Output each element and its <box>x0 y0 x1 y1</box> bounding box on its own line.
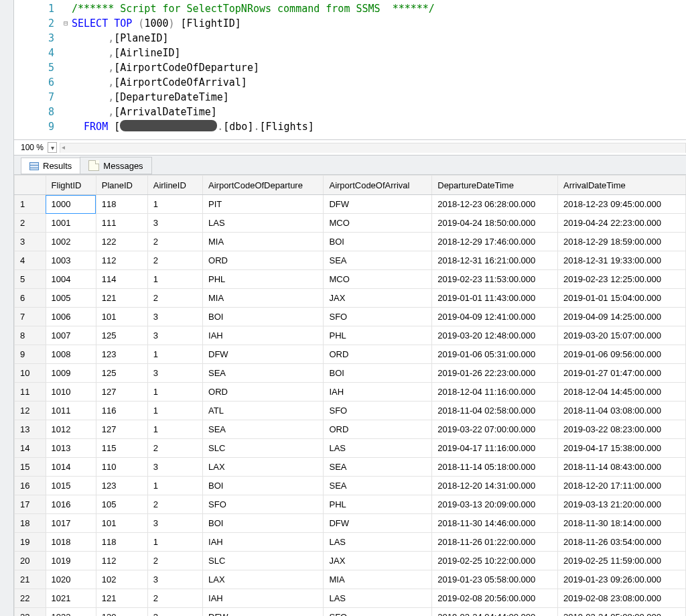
cell[interactable]: 1010 <box>46 383 96 402</box>
cell[interactable]: LAX <box>203 458 324 477</box>
row-header[interactable]: 2 <box>15 214 46 233</box>
row-header[interactable]: 23 <box>15 608 46 617</box>
cell[interactable]: 1007 <box>46 326 96 345</box>
cell[interactable]: MIA <box>203 289 324 308</box>
cell[interactable]: 2019-01-01 15:04:00.000 <box>558 289 686 308</box>
zoom-dropdown-icon[interactable]: ▾ <box>48 142 57 153</box>
cell[interactable]: SFO <box>324 308 432 326</box>
cell[interactable]: 2018-11-04 02:58:00.000 <box>432 402 558 420</box>
cell[interactable]: LAS <box>203 214 324 233</box>
cell[interactable]: PHL <box>324 326 432 345</box>
results-grid[interactable]: FlightIDPlaneIDAirlineIDAirportCodeOfDep… <box>14 175 686 616</box>
cell[interactable]: 2 <box>147 495 202 514</box>
cell[interactable]: SEA <box>324 458 432 477</box>
cell[interactable]: 1018 <box>46 533 96 552</box>
cell[interactable]: 2018-11-26 01:22:00.000 <box>432 533 558 552</box>
cell[interactable]: 1019 <box>46 552 96 570</box>
cell[interactable]: 118 <box>96 533 147 552</box>
sql-editor[interactable]: 123456789 ⊟ /****** Script for SelectTop… <box>14 0 686 140</box>
cell[interactable]: 1005 <box>46 289 96 308</box>
cell[interactable]: 2019-01-27 01:47:00.000 <box>558 364 686 383</box>
cell[interactable]: 1021 <box>46 589 96 608</box>
cell[interactable]: 3 <box>147 570 202 589</box>
cell[interactable]: 2018-11-14 08:43:00.000 <box>558 458 686 477</box>
fold-gutter[interactable]: ⊟ <box>64 1 72 139</box>
cell[interactable]: ORD <box>324 345 432 364</box>
cell[interactable]: LAS <box>324 439 432 458</box>
table-row[interactable]: 1310121271SEAORD2019-03-22 07:00:00.0002… <box>15 420 686 439</box>
table-row[interactable]: 210011113LASMCO2019-04-24 18:50:00.00020… <box>15 214 686 233</box>
cell[interactable]: 2018-11-26 03:54:00.000 <box>558 533 686 552</box>
table-row[interactable]: 1210111161ATLSFO2018-11-04 02:58:00.0002… <box>15 402 686 420</box>
cell[interactable]: 2019-02-25 11:59:00.000 <box>558 552 686 570</box>
cell[interactable]: 2 <box>147 251 202 270</box>
cell[interactable]: JAX <box>324 552 432 570</box>
cell[interactable]: SEA <box>324 477 432 495</box>
cell[interactable]: DFW <box>203 345 324 364</box>
cell[interactable]: 1 <box>147 270 202 289</box>
row-header[interactable]: 3 <box>15 233 46 251</box>
cell[interactable]: 3 <box>147 364 202 383</box>
row-header[interactable]: 13 <box>15 420 46 439</box>
cell[interactable]: 2019-02-08 20:56:00.000 <box>432 589 558 608</box>
column-header-planeid[interactable]: PlaneID <box>96 176 147 195</box>
cell[interactable]: 1001 <box>46 214 96 233</box>
cell[interactable]: IAH <box>324 383 432 402</box>
cell[interactable]: 1008 <box>46 345 96 364</box>
cell[interactable]: IAH <box>203 589 324 608</box>
column-header-arrivaldatetime[interactable]: ArrivalDateTime <box>558 176 686 195</box>
cell[interactable]: 2018-12-29 17:46:00.000 <box>432 233 558 251</box>
cell[interactable]: 111 <box>96 214 147 233</box>
cell[interactable]: BOI <box>203 477 324 495</box>
cell[interactable]: PHL <box>324 495 432 514</box>
cell[interactable]: LAS <box>324 533 432 552</box>
cell[interactable]: 101 <box>96 308 147 326</box>
cell[interactable]: 1 <box>147 383 202 402</box>
table-row[interactable]: 2010191122SLCJAX2019-02-25 10:22:00.0002… <box>15 552 686 570</box>
cell[interactable]: 2019-03-20 12:48:00.000 <box>432 326 558 345</box>
cell[interactable]: SEA <box>203 420 324 439</box>
row-header[interactable]: 8 <box>15 326 46 345</box>
cell[interactable]: 115 <box>96 439 147 458</box>
cell[interactable]: 2018-12-23 06:28:00.000 <box>432 195 558 214</box>
cell[interactable]: 3 <box>147 326 202 345</box>
cell[interactable]: LAS <box>324 589 432 608</box>
cell[interactable]: 118 <box>96 195 147 214</box>
cell[interactable]: 2018-12-20 17:11:00.000 <box>558 477 686 495</box>
row-header[interactable]: 22 <box>15 589 46 608</box>
cell[interactable]: BOI <box>203 308 324 326</box>
cell[interactable]: 1 <box>147 420 202 439</box>
cell[interactable]: 2 <box>147 289 202 308</box>
cell[interactable]: 2019-02-24 05:08:00.000 <box>558 608 686 617</box>
cell[interactable]: 127 <box>96 383 147 402</box>
cell[interactable]: 2019-01-06 09:56:00.000 <box>558 345 686 364</box>
cell[interactable]: DFW <box>324 195 432 214</box>
cell[interactable]: 2 <box>147 233 202 251</box>
cell[interactable]: 120 <box>96 608 147 617</box>
cell[interactable]: 2019-01-23 05:58:00.000 <box>432 570 558 589</box>
cell[interactable]: 3 <box>147 458 202 477</box>
cell[interactable]: MCO <box>324 270 432 289</box>
cell[interactable]: BOI <box>324 364 432 383</box>
cell[interactable]: 2018-12-23 09:45:00.000 <box>558 195 686 214</box>
horizontal-scroll-track[interactable]: ◂ <box>60 143 686 153</box>
row-header[interactable]: 12 <box>15 402 46 420</box>
row-header[interactable]: 14 <box>15 439 46 458</box>
cell[interactable]: 1 <box>147 477 202 495</box>
row-header[interactable]: 15 <box>15 458 46 477</box>
cell[interactable]: MCO <box>324 214 432 233</box>
cell[interactable]: 121 <box>96 289 147 308</box>
results-grid-container[interactable]: FlightIDPlaneIDAirlineIDAirportCodeOfDep… <box>14 175 686 616</box>
cell[interactable]: 112 <box>96 552 147 570</box>
column-header-airlineid[interactable]: AirlineID <box>147 176 202 195</box>
cell[interactable]: PIT <box>203 195 324 214</box>
column-header-airportcodeofdeparture[interactable]: AirportCodeOfDeparture <box>203 176 324 195</box>
row-header[interactable]: 7 <box>15 308 46 326</box>
cell[interactable]: 2019-04-17 11:16:00.000 <box>432 439 558 458</box>
row-header[interactable]: 9 <box>15 345 46 364</box>
cell[interactable]: 102 <box>96 570 147 589</box>
row-header[interactable]: 16 <box>15 477 46 495</box>
table-row[interactable]: 810071253IAHPHL2019-03-20 12:48:00.00020… <box>15 326 686 345</box>
row-header-corner[interactable] <box>15 176 46 195</box>
column-header-flightid[interactable]: FlightID <box>46 176 96 195</box>
